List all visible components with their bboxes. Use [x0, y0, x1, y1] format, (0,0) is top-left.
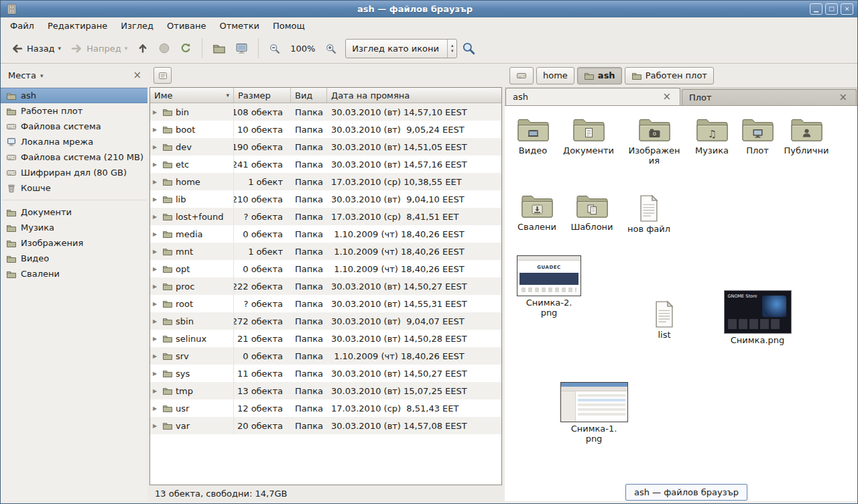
expander-icon[interactable]: ▶: [153, 266, 160, 272]
view-mode-select[interactable]: Изглед като икони ▴▾: [345, 39, 457, 58]
minimize-button[interactable]: ▁: [810, 3, 822, 15]
expander-icon[interactable]: ▶: [153, 144, 160, 150]
column-header-name[interactable]: Име▾: [150, 88, 234, 103]
table-row[interactable]: ▶proc222 обектаПапка30.03.2010 (вт) 14,5…: [150, 277, 501, 295]
path-button-ash[interactable]: ash: [577, 67, 622, 84]
table-row[interactable]: ▶root? обектаПапка30.03.2010 (вт) 14,55,…: [150, 295, 501, 312]
icon-view-item-downloads[interactable]: Свалени: [507, 193, 567, 233]
expander-icon[interactable]: ▶: [153, 214, 160, 220]
sidebar-close-button[interactable]: ×: [131, 70, 143, 80]
back-button[interactable]: Назад ▾: [6, 39, 66, 58]
sidebar-item-local-network[interactable]: Локална мрежа: [1, 134, 147, 149]
table-row[interactable]: ▶lost+found? обектаПапка17.03.2010 (ср) …: [150, 208, 501, 225]
expander-icon[interactable]: ▶: [153, 284, 160, 290]
menu-help[interactable]: Помощ: [266, 19, 312, 32]
icon-view-item-snimka-1[interactable]: Снимка-1. png: [559, 382, 629, 444]
menu-go[interactable]: Отиване: [160, 19, 212, 32]
icon-view-item-templates[interactable]: Шаблони: [562, 193, 622, 233]
expander-icon[interactable]: ▶: [153, 318, 160, 324]
table-row[interactable]: ▶opt0 обектаПапка 1.10.2009 (чт) 18,40,2…: [150, 260, 501, 277]
expander-icon[interactable]: ▶: [153, 162, 160, 168]
menu-file[interactable]: Файл: [3, 19, 41, 32]
table-row[interactable]: ▶mnt1 обектПапка 1.10.2009 (чт) 18,40,26…: [150, 243, 501, 260]
icon-view-item-videos[interactable]: Видео: [505, 117, 563, 156]
menu-bookmarks[interactable]: Отметки: [212, 19, 265, 32]
sidebar-item-filesystem[interactable]: Файлова система: [1, 119, 147, 134]
expander-icon[interactable]: ▶: [153, 196, 160, 202]
tab-close-icon[interactable]: ×: [660, 92, 673, 102]
path-button-filesystem[interactable]: [509, 67, 534, 84]
tab-ash[interactable]: ash×: [505, 88, 680, 105]
icon-view-item-public[interactable]: Публични: [776, 117, 837, 156]
search-button[interactable]: [457, 38, 480, 58]
path-button-desktop[interactable]: Работен плот: [625, 67, 714, 84]
expander-icon[interactable]: ▶: [153, 127, 160, 133]
sidebar-item-pictures[interactable]: Изображения: [1, 235, 147, 251]
expander-icon[interactable]: ▶: [153, 231, 160, 237]
column-header-type[interactable]: Вид: [291, 88, 327, 103]
menu-view[interactable]: Изглед: [114, 19, 160, 32]
table-row[interactable]: ▶etc241 обектаПапка30.03.2010 (вт) 14,57…: [150, 155, 501, 173]
table-row[interactable]: ▶bin108 обектаПапка30.03.2010 (вт) 14,57…: [150, 103, 501, 121]
maximize-button[interactable]: □: [825, 3, 838, 15]
sidebar-item-desktop[interactable]: Работен плот: [1, 103, 147, 119]
back-history-icon[interactable]: ▾: [58, 45, 62, 52]
zoom-out-button[interactable]: [264, 40, 285, 58]
sidebar-selector-icon[interactable]: ▾: [40, 72, 44, 79]
expander-icon[interactable]: ▶: [153, 336, 160, 342]
menu-edit[interactable]: Редактиране: [41, 19, 114, 32]
sidebar-item-trash[interactable]: Кошче: [1, 180, 147, 196]
expander-icon[interactable]: ▶: [153, 371, 160, 377]
icon-view-item-snimka-2[interactable]: GUADECСнимка-2. png: [514, 255, 584, 318]
expander-icon[interactable]: ▶: [153, 301, 160, 307]
expander-icon[interactable]: ▶: [153, 423, 160, 429]
table-row[interactable]: ▶lib210 обектаПапка30.03.2010 (вт) 9,04,…: [150, 190, 501, 208]
table-row[interactable]: ▶srv0 обектаПапка 1.10.2009 (чт) 18,40,2…: [150, 347, 501, 365]
path-button-home[interactable]: home: [536, 67, 574, 84]
close-button[interactable]: ×: [841, 3, 853, 15]
table-row[interactable]: ▶usr12 обектаПапка17.03.2010 (ср) 8,51,4…: [150, 399, 501, 417]
column-header-size[interactable]: Размер: [234, 88, 291, 103]
computer-button[interactable]: [231, 39, 253, 58]
sidebar-title[interactable]: Места: [8, 70, 36, 80]
table-row[interactable]: ▶tmp13 обектаПапка30.03.2010 (вт) 15,07,…: [150, 382, 501, 399]
up-button[interactable]: [132, 39, 154, 58]
sidebar-item-videos[interactable]: Видео: [1, 251, 147, 266]
location-toggle-button[interactable]: [154, 67, 172, 84]
table-row[interactable]: ▶sys11 обектаПапка30.03.2010 (вт) 14,50,…: [150, 365, 501, 382]
expander-icon[interactable]: ▶: [153, 388, 160, 394]
sidebar-item-ash[interactable]: ash: [1, 88, 147, 103]
expander-icon[interactable]: ▶: [153, 179, 160, 185]
tab-close-icon[interactable]: ×: [837, 92, 849, 103]
icon-view-item-list[interactable]: list: [634, 300, 694, 340]
sidebar-item-documents[interactable]: Документи: [1, 204, 147, 220]
table-row[interactable]: ▶media0 обектаПапка 1.10.2009 (чт) 18,40…: [150, 225, 501, 243]
expander-icon[interactable]: ▶: [153, 353, 160, 359]
home-button[interactable]: [208, 38, 231, 58]
tab-desktop[interactable]: Плот×: [682, 89, 857, 105]
sidebar-item-downloads[interactable]: Свалени: [1, 266, 147, 281]
table-row[interactable]: ▶home1 обектПапка17.03.2010 (ср) 10,38,5…: [150, 173, 501, 190]
sidebar-item-filesystem-210mb[interactable]: Файлова система (210 MB): [1, 149, 147, 165]
icon-view-item-pictures[interactable]: Изображен ия: [624, 117, 684, 166]
reload-button[interactable]: [175, 39, 196, 58]
icon-view[interactable]: ВидеоДокументиИзображен ия♫МузикаПлотПуб…: [505, 106, 857, 501]
expander-icon[interactable]: ▶: [153, 249, 160, 255]
expander-icon[interactable]: ▶: [153, 109, 160, 115]
column-header-date[interactable]: Дата на промяна: [327, 88, 501, 103]
titlebar[interactable]: ash — файлов браузър ▁ □ ×: [1, 1, 857, 17]
stop-button[interactable]: [154, 39, 175, 58]
table-row[interactable]: ▶dev190 обектаПапка30.03.2010 (вт) 14,51…: [150, 138, 501, 155]
forward-button[interactable]: Напред ▾: [66, 39, 132, 58]
expander-icon[interactable]: ▶: [153, 405, 160, 412]
table-row[interactable]: ▶boot10 обектаПапка30.03.2010 (вт) 9,05,…: [150, 121, 501, 138]
table-row[interactable]: ▶sbin272 обектаПапка30.03.2010 (вт) 9,04…: [150, 312, 501, 330]
icon-view-item-documents[interactable]: Документи: [558, 117, 619, 156]
sidebar-item-encrypted-80gb[interactable]: Шифриран дял (80 GB): [1, 165, 147, 180]
sort-indicator-icon[interactable]: ▾: [226, 92, 229, 99]
table-row[interactable]: ▶selinux21 обектаПапка30.03.2010 (вт) 14…: [150, 330, 501, 347]
icon-view-item-new-file[interactable]: нов файл: [619, 194, 679, 235]
zoom-in-button[interactable]: [320, 40, 341, 58]
forward-history-icon[interactable]: ▾: [125, 45, 128, 52]
sidebar-item-music[interactable]: Музика: [1, 220, 147, 235]
